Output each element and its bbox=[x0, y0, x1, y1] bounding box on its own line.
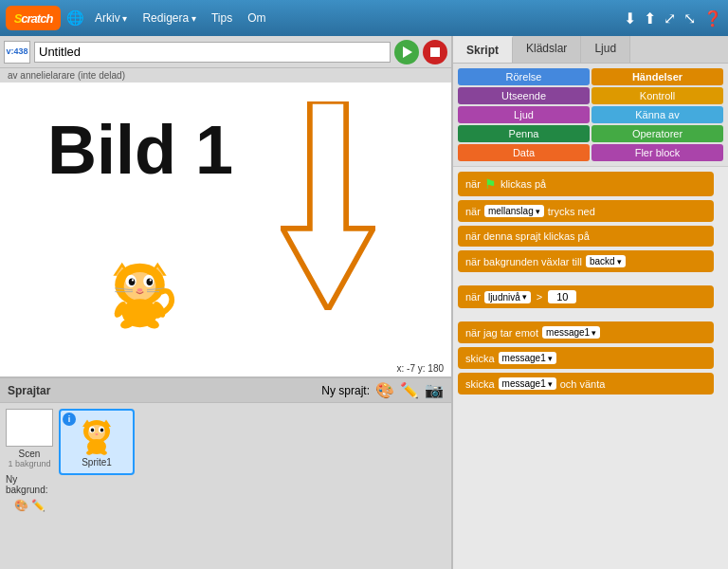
svg-point-13 bbox=[150, 279, 152, 281]
block-ljudniva-dropdown[interactable]: ljudnivå bbox=[484, 291, 531, 303]
block-value-input[interactable]: 10 bbox=[548, 290, 576, 303]
edit-new-sprite-icon[interactable]: ✏️ bbox=[400, 381, 419, 399]
globe-icon[interactable]: 🌐 bbox=[66, 9, 84, 27]
ny-bakgrund-label: Ny bakgrund: bbox=[6, 474, 53, 495]
block-klickas-label: klickas på bbox=[500, 178, 546, 190]
svg-point-11 bbox=[147, 279, 154, 286]
paint-new-sprite-icon[interactable]: 🎨 bbox=[375, 381, 394, 399]
block-sprite-clicked[interactable]: när denna sprajt klickas på bbox=[458, 226, 714, 247]
cat-motion[interactable]: Rörelse bbox=[458, 68, 590, 85]
main-area: v:438 av annelielarare (inte delad) Bild… bbox=[0, 36, 728, 569]
svg-point-14 bbox=[137, 288, 143, 292]
svg-marker-24 bbox=[282, 101, 373, 310]
block-och-vanta-label: och vänta bbox=[560, 378, 606, 390]
sprites-label: Sprajtar bbox=[8, 384, 50, 397]
tabs-row: Skript Klädslar Ljud bbox=[453, 36, 728, 64]
sprite1-name: Sprite1 bbox=[82, 457, 112, 468]
block-backd-dropdown[interactable]: backd bbox=[586, 255, 626, 267]
stage-canvas: Bild 1 bbox=[0, 83, 451, 376]
nav-tips[interactable]: Tips bbox=[207, 9, 237, 27]
block-mellanslag-dropdown[interactable]: mellanslag bbox=[484, 205, 544, 217]
scene-label: Scen 1 bakgrund bbox=[8, 449, 50, 468]
sprite1-thumb[interactable]: i bbox=[59, 409, 135, 475]
block-gt-label: > bbox=[537, 291, 542, 303]
block-send-message[interactable]: skicka message1 bbox=[458, 347, 714, 369]
bg-edit-icon[interactable]: ✏️ bbox=[31, 499, 46, 512]
camera-new-sprite-icon[interactable]: 📷 bbox=[425, 381, 444, 399]
block-nar3-label: när bbox=[465, 291, 481, 303]
tab-kladslar[interactable]: Klädslar bbox=[513, 36, 581, 63]
nav-arkiv[interactable]: Arkiv bbox=[90, 9, 132, 27]
sprite1-preview bbox=[75, 417, 118, 455]
svg-point-12 bbox=[132, 279, 134, 281]
stop-button[interactable] bbox=[423, 40, 447, 64]
cat-sensing[interactable]: Känna av bbox=[592, 106, 723, 123]
bg-paint-icon[interactable]: 🎨 bbox=[14, 499, 28, 512]
tab-skript[interactable]: Skript bbox=[453, 36, 513, 63]
bg-add-icons: 🎨 ✏️ bbox=[14, 499, 46, 512]
block-skicka-label: skicka bbox=[465, 353, 495, 364]
top-right-icons: ⬇ ⬆ ⤢ ⤡ ❓ bbox=[624, 9, 722, 28]
cat-data[interactable]: Data bbox=[458, 144, 590, 161]
scratch-logo: Scratch bbox=[6, 6, 61, 30]
block-trycks-label: trycks ned bbox=[548, 206, 595, 217]
block-sprite-click-label: när denna sprajt klickas på bbox=[465, 230, 590, 242]
stage-title-text: Bild 1 bbox=[47, 111, 233, 189]
nav-om[interactable]: Om bbox=[243, 9, 270, 27]
block-receive-label: när jag tar emot bbox=[465, 327, 538, 339]
blocks-area: när ⚑ klickas på när mellanslag trycks n… bbox=[453, 167, 728, 569]
tab-ljud[interactable]: Ljud bbox=[581, 36, 630, 63]
sprite-info-icon[interactable]: i bbox=[63, 413, 76, 426]
block-receive-message[interactable]: när jag tar emot message1 bbox=[458, 321, 714, 343]
by-label: av annelielarare (inte delad) bbox=[0, 68, 451, 83]
cat-events[interactable]: Händelser bbox=[592, 68, 723, 85]
top-bar: Scratch 🌐 Arkiv Redigera Tips Om ⬇ ⬆ ⤢ ⤡… bbox=[0, 0, 728, 36]
svg-point-10 bbox=[129, 279, 136, 286]
right-panel: Skript Klädslar Ljud Rörelse Händelser U… bbox=[451, 36, 728, 569]
shrink-icon[interactable]: ⤡ bbox=[683, 9, 696, 28]
bottom-panel: Sprajtar Ny sprajt: 🎨 ✏️ 📷 Scen 1 bakgru… bbox=[0, 376, 451, 569]
block-bakgrund-label: när bakgrunden växlar till bbox=[465, 256, 582, 267]
block-nar-label: när bbox=[465, 178, 481, 190]
sprites-header: Sprajtar Ny sprajt: 🎨 ✏️ 📷 bbox=[0, 378, 451, 403]
block-skicka2-label: skicka bbox=[465, 378, 495, 390]
help-icon[interactable]: ❓ bbox=[703, 9, 722, 28]
down-arrow bbox=[281, 101, 375, 310]
block-key-pressed[interactable]: när mellanslag trycks ned bbox=[458, 200, 714, 222]
project-title-input[interactable] bbox=[34, 42, 391, 63]
stage-coords: x: -7 y: 180 bbox=[397, 363, 444, 374]
block-message1c-dropdown[interactable]: message1 bbox=[499, 377, 556, 390]
flag-icon: ⚑ bbox=[484, 176, 497, 192]
new-sprite-label: Ny sprajt: bbox=[321, 384, 370, 397]
svg-point-32 bbox=[100, 428, 104, 431]
scene-thumb-box bbox=[6, 409, 53, 447]
stage-version-icon: v:438 bbox=[4, 41, 30, 64]
cat-control[interactable]: Kontroll bbox=[592, 87, 723, 104]
fullscreen-icon[interactable]: ⤢ bbox=[664, 9, 676, 28]
block-message1a-dropdown[interactable]: message1 bbox=[542, 326, 600, 339]
block-message1b-dropdown[interactable]: message1 bbox=[499, 352, 556, 364]
cat-more[interactable]: Fler block bbox=[592, 144, 723, 161]
block-nar2-label: när bbox=[465, 206, 481, 217]
cat-operators[interactable]: Operatorer bbox=[592, 125, 723, 142]
block-sound-level[interactable]: när ljudnivå > 10 bbox=[458, 285, 714, 308]
cat-pen[interactable]: Penna bbox=[458, 125, 590, 142]
upload-icon[interactable]: ⬆ bbox=[644, 9, 656, 28]
scene-thumb: Scen 1 bakgrund Ny bakgrund: 🎨 ✏️ bbox=[6, 409, 53, 563]
svg-point-33 bbox=[96, 433, 99, 435]
block-categories: Rörelse Händelser Utseende Kontroll Ljud… bbox=[453, 64, 728, 167]
green-flag-button[interactable] bbox=[394, 40, 419, 64]
svg-point-31 bbox=[91, 428, 95, 431]
stage-header: v:438 bbox=[0, 36, 451, 68]
block-green-flag[interactable]: när ⚑ klickas på bbox=[458, 172, 714, 196]
left-panel: v:438 av annelielarare (inte delad) Bild… bbox=[0, 36, 451, 569]
sprites-area: Scen 1 bakgrund Ny bakgrund: 🎨 ✏️ i bbox=[0, 403, 451, 569]
download-icon[interactable]: ⬇ bbox=[624, 9, 636, 28]
scratch-cat bbox=[104, 258, 175, 329]
nav-redigera[interactable]: Redigera bbox=[137, 9, 200, 27]
block-backdrop-switch[interactable]: när bakgrunden växlar till backd bbox=[458, 250, 714, 272]
cat-looks[interactable]: Utseende bbox=[458, 87, 590, 104]
svg-marker-0 bbox=[403, 46, 412, 58]
block-send-message-wait[interactable]: skicka message1 och vänta bbox=[458, 373, 714, 395]
cat-sound[interactable]: Ljud bbox=[458, 106, 590, 123]
